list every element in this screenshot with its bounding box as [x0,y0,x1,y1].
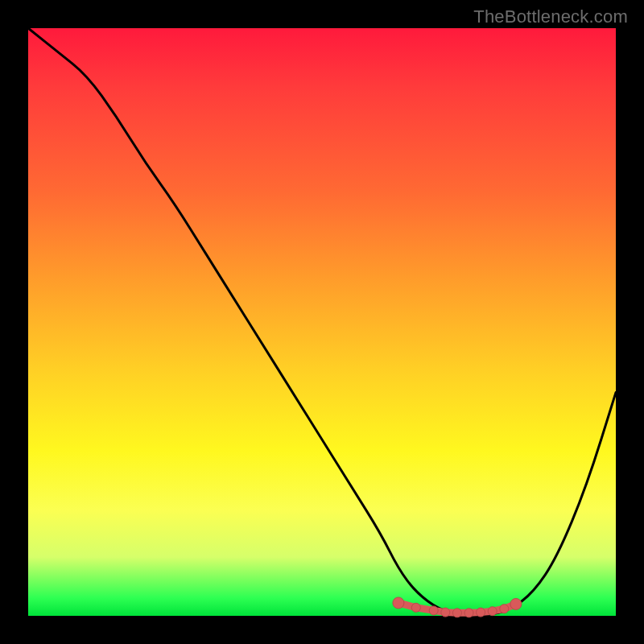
optimal-range-marker [500,605,509,613]
optimal-range-marker [510,598,522,609]
optimal-range-marker [411,603,420,612]
optimal-range-marker [429,606,438,615]
curve-path [28,28,616,616]
optimal-range-marker [488,607,497,616]
optimal-range-marker [452,609,461,617]
optimal-range-marker [393,597,404,609]
chart-frame: TheBottleneck.com [0,0,644,644]
optimal-range-marker [441,608,450,617]
optimal-range-marker [477,608,485,617]
optimal-range-marker [464,609,473,617]
bottleneck-curve-chart [0,0,644,644]
